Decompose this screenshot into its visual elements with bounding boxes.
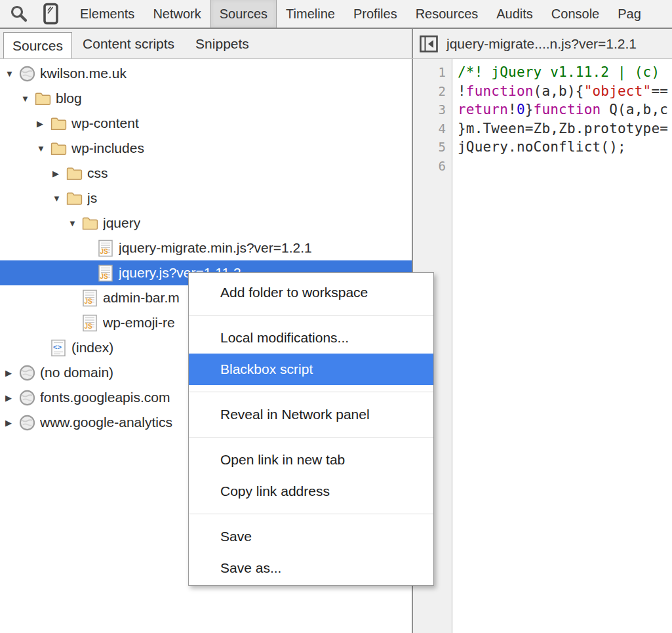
menu-item-save[interactable]: Save [189,521,433,552]
collapsed-arrow-icon[interactable]: ▶ [5,393,18,403]
menu-item-blackbox-script[interactable]: Blackbox script [189,354,433,385]
code-line-1: /*! jQuery v1.11.2 | (c) [458,63,672,82]
menu-item-local-modifications[interactable]: Local modifications... [189,322,433,354]
tab-console[interactable]: Console [542,0,608,28]
tree-item-wp-content[interactable]: ▶wp-content [0,111,412,136]
code-token: Q(a,b,c [601,102,668,117]
search-icon[interactable] [8,4,30,24]
secondary-toolbar: SourcesContent scriptsSnippets jquery-mi… [0,29,672,59]
menu-item-save-as[interactable]: Save as... [189,552,433,584]
line-number[interactable]: 5 [413,138,452,157]
js-file-icon: JS [97,239,114,256]
tree-item-label: css [87,165,108,181]
device-icon[interactable] [41,3,60,25]
tree-item-js[interactable]: ▼js [0,186,412,211]
collapsed-arrow-icon[interactable]: ▶ [52,169,66,178]
document-code-icon: <> [50,339,67,356]
hide-navigator-icon[interactable] [419,34,439,54]
tree-item-label: jquery [103,215,140,231]
svg-text:JS: JS [85,298,93,305]
js-file-icon: JS [97,264,114,281]
globe-icon [18,389,35,406]
main-tab-strip: ElementsNetworkSourcesTimelineProfilesRe… [71,0,650,28]
navigator-tab-content-scripts[interactable]: Content scripts [72,29,185,58]
code-line-3: return!0}function Q(a,b,c [458,100,672,119]
collapsed-arrow-icon[interactable]: ▶ [5,418,18,428]
code-line-2: !function(a,b){"object"== [458,82,672,101]
svg-text:JS: JS [100,248,109,255]
menu-item-reveal-in-network-panel[interactable]: Reveal in Network panel [189,399,433,430]
tree-item-jquery-migrate-min-js-ver-1-2-1[interactable]: JSjquery-migrate.min.js?ver=1.2.1 [0,235,412,260]
context-menu: Add folder to workspaceLocal modificatio… [188,272,434,586]
folder-icon [66,190,83,207]
code-token: "object" [584,83,652,99]
tab-pag[interactable]: Pag [608,0,650,28]
svg-text:<>: <> [53,343,62,351]
navigator-tab-snippets[interactable]: Snippets [185,29,260,58]
menu-separator [189,392,433,392]
tab-sources[interactable]: Sources [210,0,277,28]
tree-item-label: blog [56,91,82,106]
globe-icon [18,65,35,82]
svg-text:JS: JS [85,323,93,330]
tree-item-label: wp-includes [71,140,144,156]
js-file-icon: JS [81,314,98,331]
tree-item-css[interactable]: ▶css [0,161,412,186]
tab-audits[interactable]: Audits [487,0,542,28]
tree-item-blog[interactable]: ▼blog [0,86,412,111]
menu-separator [189,315,433,316]
tree-item-label: www.google-analytics [40,415,172,430]
line-number[interactable]: 4 [413,119,452,138]
collapsed-arrow-icon[interactable]: ▶ [5,368,18,378]
code-token: function [534,102,601,117]
svg-text:JS: JS [100,273,109,280]
code-token: 0 [517,102,525,117]
code-token: jQuery.noConflict(); [458,139,626,155]
folder-icon [50,140,67,157]
menu-item-copy-link-address[interactable]: Copy link address [189,476,433,507]
js-file-icon: JS [81,289,98,306]
line-number[interactable]: 3 [413,100,452,119]
line-number[interactable]: 2 [413,82,452,101]
navigator-tab-strip: SourcesContent scriptsSnippets [0,29,412,58]
code-token: /*! jQuery v1.11.2 | (c) [458,64,660,80]
tab-resources[interactable]: Resources [406,0,488,28]
code-token: (a,b){ [534,83,584,99]
collapsed-arrow-icon[interactable]: ▶ [37,119,50,129]
code-token: return [458,102,508,117]
expanded-arrow-icon[interactable]: ▼ [5,69,18,79]
folder-icon [50,115,67,132]
open-file-title: jquery-migrate....n.js?ver=1.2.1 [446,36,637,52]
code-token: == [651,83,668,99]
tab-elements[interactable]: Elements [71,0,144,28]
editor-code[interactable]: /*! jQuery v1.11.2 | (c)!function(a,b){"… [452,59,672,633]
expanded-arrow-icon[interactable]: ▼ [52,194,66,203]
expanded-arrow-icon[interactable]: ▼ [68,218,81,228]
menu-item-open-link-in-new-tab[interactable]: Open link in new tab [189,444,433,476]
tab-timeline[interactable]: Timeline [277,0,344,28]
tree-item-wp-includes[interactable]: ▼wp-includes [0,136,412,161]
line-number[interactable]: 6 [413,157,452,176]
expanded-arrow-icon[interactable]: ▼ [21,94,34,104]
tree-item-label: kwilson.me.uk [40,66,127,81]
tree-item-label: (index) [71,340,113,356]
tree-item-kwilson-me-uk[interactable]: ▼kwilson.me.uk [0,61,412,86]
code-token: function [466,83,534,99]
globe-icon [18,414,35,431]
code-token: ! [508,102,517,117]
tab-profiles[interactable]: Profiles [344,0,406,28]
globe-icon [18,364,35,381]
folder-icon [34,90,51,107]
code-token: ! [458,83,466,99]
main-toolbar: ElementsNetworkSourcesTimelineProfilesRe… [0,0,672,29]
tree-item-jquery[interactable]: ▼jquery [0,211,412,235]
code-token: } [525,102,534,117]
tree-item-label: fonts.googleapis.com [40,390,170,405]
tab-network[interactable]: Network [144,0,210,28]
navigator-tab-sources[interactable]: Sources [3,32,72,58]
expanded-arrow-icon[interactable]: ▼ [37,144,50,153]
menu-separator [189,437,433,438]
line-number[interactable]: 1 [413,63,452,82]
menu-separator [189,514,433,514]
menu-item-add-folder-to-workspace[interactable]: Add folder to workspace [189,277,433,308]
